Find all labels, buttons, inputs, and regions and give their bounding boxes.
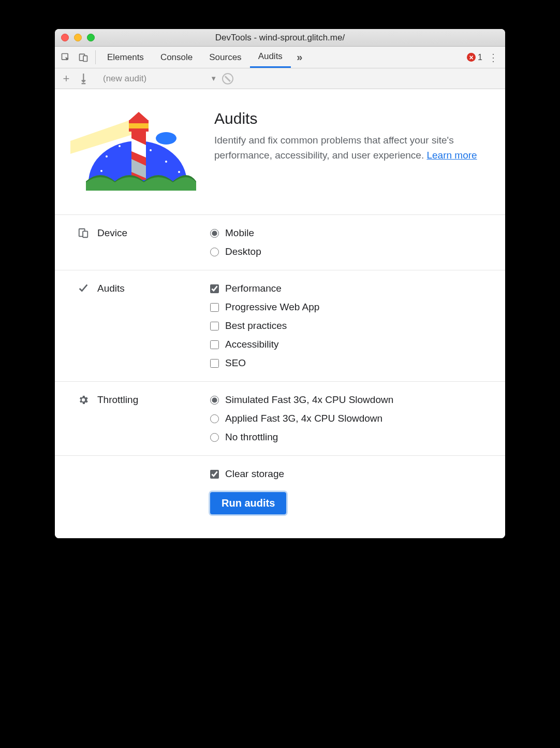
footer-section: Clear storage Run audits — [55, 455, 505, 538]
svg-marker-19 — [129, 112, 148, 120]
close-window-button[interactable] — [61, 34, 69, 41]
device-radio-mobile[interactable] — [210, 229, 219, 238]
window-controls — [55, 34, 95, 41]
error-icon — [467, 53, 476, 62]
device-option-mobile[interactable]: Mobile — [210, 227, 261, 239]
throttling-options: Simulated Fast 3G, 4x CPU Slowdown Appli… — [210, 394, 393, 443]
clear-storage-checkbox[interactable] — [210, 470, 219, 479]
section-device: Device Mobile Desktop — [55, 214, 505, 270]
audit-check-pwa[interactable] — [210, 303, 219, 312]
hero-text: Audits Identify and fix common problems … — [214, 110, 490, 163]
chevron-down-icon: ▼ — [210, 75, 217, 82]
throttling-option-simulated[interactable]: Simulated Fast 3G, 4x CPU Slowdown — [210, 394, 393, 406]
error-count: 1 — [478, 53, 482, 62]
audit-check-seo[interactable] — [210, 359, 219, 368]
tab-console[interactable]: Console — [152, 47, 201, 68]
audits-toolbar: + ⭳ (new audit) ▼ — [55, 68, 505, 89]
settings-menu-button[interactable]: ⋮ — [484, 47, 502, 68]
audit-select-label: (new audit) — [103, 74, 146, 84]
device-toolbar-icon[interactable] — [75, 47, 92, 68]
throttling-radio-simulated[interactable] — [210, 396, 219, 405]
hero-description: Identify and fix common problems that af… — [214, 133, 490, 163]
clear-icon[interactable] — [222, 73, 233, 84]
download-report-icon[interactable]: ⭳ — [78, 72, 90, 85]
throttling-radio-none[interactable] — [210, 433, 219, 442]
gear-icon — [78, 394, 89, 406]
check-icon — [78, 283, 89, 294]
devtools-window: DevTools - wind-sprout.glitch.me/ Elemen… — [55, 29, 505, 538]
audits-label: Audits — [97, 283, 125, 294]
clear-storage-option[interactable]: Clear storage — [210, 468, 284, 480]
audit-option-accessibility[interactable]: Accessibility — [210, 339, 319, 350]
audits-hero: Audits Identify and fix common problems … — [55, 89, 505, 214]
section-audits: Audits Performance Progressive Web App B… — [55, 270, 505, 381]
audits-options: Performance Progressive Web App Best pra… — [210, 283, 319, 369]
more-tabs-icon[interactable]: » — [291, 47, 308, 68]
audit-select[interactable]: (new audit) ▼ — [103, 74, 217, 84]
audit-option-pwa[interactable]: Progressive Web App — [210, 301, 319, 313]
new-audit-icon[interactable]: + — [60, 72, 72, 85]
audit-option-seo[interactable]: SEO — [210, 357, 319, 369]
throttling-label: Throttling — [97, 394, 138, 406]
throttling-option-applied[interactable]: Applied Fast 3G, 4x CPU Slowdown — [210, 413, 393, 424]
tab-divider — [95, 50, 96, 64]
lighthouse-logo — [70, 110, 200, 198]
audit-check-accessibility[interactable] — [210, 340, 219, 349]
device-radio-desktop[interactable] — [210, 248, 219, 256]
section-throttling: Throttling Simulated Fast 3G, 4x CPU Slo… — [55, 381, 505, 455]
svg-point-12 — [156, 132, 176, 145]
svg-point-5 — [119, 145, 121, 147]
svg-point-10 — [100, 170, 102, 172]
audit-option-performance[interactable]: Performance — [210, 283, 319, 294]
svg-point-11 — [178, 171, 180, 173]
device-options: Mobile Desktop — [210, 227, 261, 257]
zoom-window-button[interactable] — [87, 34, 95, 41]
svg-rect-2 — [83, 55, 87, 61]
throttling-radio-applied[interactable] — [210, 414, 219, 423]
device-label: Device — [97, 227, 127, 239]
device-icon — [78, 227, 89, 239]
page-title: Audits — [214, 110, 490, 127]
svg-rect-21 — [83, 231, 87, 237]
svg-rect-17 — [129, 120, 149, 123]
tab-audits[interactable]: Audits — [250, 47, 291, 68]
audits-content: Audits Identify and fix common problems … — [55, 89, 505, 538]
tab-elements[interactable]: Elements — [99, 47, 152, 68]
main-tabs-row: Elements Console Sources Audits » 1 ⋮ — [55, 47, 505, 68]
titlebar: DevTools - wind-sprout.glitch.me/ — [55, 29, 505, 47]
svg-point-8 — [165, 161, 167, 163]
learn-more-link[interactable]: Learn more — [426, 150, 477, 161]
audit-check-best-practices[interactable] — [210, 322, 219, 330]
svg-point-4 — [106, 155, 108, 157]
window-title: DevTools - wind-sprout.glitch.me/ — [55, 33, 505, 43]
run-audits-button[interactable]: Run audits — [210, 492, 286, 514]
throttling-option-none[interactable]: No throttling — [210, 431, 393, 443]
audit-option-best-practices[interactable]: Best practices — [210, 320, 319, 332]
tab-sources[interactable]: Sources — [201, 47, 249, 68]
audit-check-performance[interactable] — [210, 284, 219, 293]
inspect-element-icon[interactable] — [57, 47, 75, 68]
device-option-desktop[interactable]: Desktop — [210, 246, 261, 257]
svg-point-7 — [150, 149, 152, 151]
svg-rect-18 — [129, 128, 149, 132]
svg-point-9 — [173, 146, 175, 148]
error-badge[interactable]: 1 — [465, 47, 484, 68]
minimize-window-button[interactable] — [74, 34, 82, 41]
